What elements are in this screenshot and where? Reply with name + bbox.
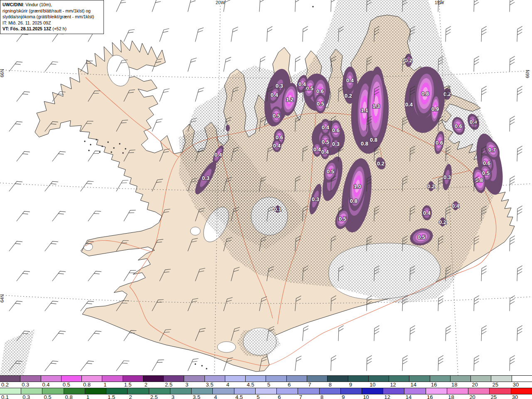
precip-value-label: 0.2 bbox=[439, 219, 446, 225]
colorbar-cell bbox=[298, 388, 319, 394]
precip-value-label: 0.6 bbox=[316, 88, 324, 94]
colorbar-tick-label: 0.2 bbox=[1, 382, 9, 387]
colorbar-tick-label: 3 bbox=[185, 382, 188, 387]
colorbar-cell bbox=[61, 376, 81, 382]
colorbar-cell bbox=[491, 376, 511, 382]
colorbar-cell bbox=[368, 376, 389, 382]
colorbar-cell bbox=[149, 388, 170, 394]
colorbar-cell bbox=[430, 376, 450, 382]
islet bbox=[88, 150, 89, 151]
colorbar-tick-label: 4.5 bbox=[235, 394, 243, 399]
precip-value-label: 0.5 bbox=[327, 168, 334, 175]
latitude-label: 66N bbox=[525, 70, 530, 78]
precip-value-label: 0.8 bbox=[370, 137, 377, 143]
islet bbox=[195, 363, 196, 365]
colorbar-tick-label: 2.5 bbox=[150, 394, 158, 399]
colorbar-tick-label: 0.8 bbox=[83, 382, 91, 387]
precip-value-label: 0.4 bbox=[405, 101, 413, 108]
colorbar-cell bbox=[255, 388, 276, 394]
precip-value-label: 0.5 bbox=[339, 216, 346, 222]
colorbar-cell bbox=[204, 376, 225, 382]
colorbar-tick-label: 12 bbox=[390, 382, 396, 387]
precip-value-label: 1.0 bbox=[354, 183, 361, 190]
precip-value-label: 0.2 bbox=[427, 183, 435, 190]
precip-value-label: 0.5 bbox=[482, 170, 490, 176]
colorbar-cell bbox=[127, 388, 148, 394]
colorbar-cell bbox=[21, 388, 42, 394]
islet bbox=[90, 144, 91, 145]
colorbar-cell bbox=[512, 376, 532, 382]
colorbar-cell bbox=[212, 388, 234, 394]
colorbar-tick-label: 6 bbox=[288, 382, 291, 387]
colorbar-tick-label: 3.5 bbox=[206, 382, 213, 387]
colorbar-tick-label: 12 bbox=[384, 394, 390, 399]
islet bbox=[122, 152, 123, 153]
precip-value-label: 0.3 bbox=[276, 83, 283, 89]
colorbar-tick-label: 9 bbox=[349, 382, 352, 387]
colorbar-cell bbox=[266, 376, 286, 382]
colorbar-cell bbox=[102, 376, 122, 382]
precip-value-label: 0.5 bbox=[418, 234, 425, 240]
precip-value-label: 0.5 bbox=[273, 113, 280, 119]
colorbar-cell bbox=[404, 388, 425, 394]
islet bbox=[96, 139, 97, 140]
precip-blob bbox=[226, 125, 230, 131]
colorbar-cell bbox=[389, 376, 409, 382]
precip-value-label: 0.8 bbox=[350, 198, 357, 204]
precip-value-label: 0.2 bbox=[345, 93, 352, 99]
colorbar-cell bbox=[319, 388, 340, 394]
precip-value-label: 0.4 bbox=[346, 77, 354, 84]
colorbar-tick-label: 14 bbox=[411, 382, 416, 387]
colorbar-tick-label: 8 bbox=[329, 382, 332, 387]
islet bbox=[99, 151, 100, 153]
latitude-label: 66N bbox=[0, 69, 5, 77]
precip-value-label: 1.1 bbox=[361, 107, 368, 113]
colorbar-tick-label: 10 bbox=[363, 394, 369, 399]
colorbar-tick-label: 4.5 bbox=[247, 382, 254, 387]
legend-valid-time: VT: Fös. 28.11.2025 13Z (+52 h) bbox=[2, 26, 101, 32]
colorbar-section: 0.20.30.40.50.811.522.533.544.5567891012… bbox=[0, 375, 532, 399]
colorbar-cell bbox=[511, 388, 532, 394]
colorbar-cell bbox=[106, 388, 127, 394]
colorbar-cell bbox=[163, 376, 184, 382]
precip-value-label: 0.1 bbox=[274, 206, 281, 212]
islet bbox=[201, 365, 202, 366]
colorbar-tick-label: 30 bbox=[512, 394, 518, 399]
colorbar-tick-label: 1.5 bbox=[124, 382, 131, 387]
precip-value-label: 0.4 bbox=[322, 124, 330, 131]
colorbar-tick-label: 5 bbox=[256, 394, 259, 399]
legend-init-time: IT: Mið. 26. 11. 2025 09Z bbox=[2, 20, 101, 26]
precip-value-label: 0.9 bbox=[431, 106, 439, 112]
precip-value-label: 1.2 bbox=[286, 96, 293, 103]
colorbar-tick-label: 0.1 bbox=[1, 394, 9, 399]
islet bbox=[111, 151, 112, 153]
islet bbox=[84, 140, 85, 142]
colorbar-tick-label: 20 bbox=[472, 382, 478, 387]
colorbar-cell bbox=[225, 376, 245, 382]
precip-value-label: 0.8 bbox=[361, 140, 368, 147]
colorbar-cell bbox=[85, 388, 106, 394]
precip-value-label: 0.6 bbox=[332, 127, 340, 133]
rain-scale-labels: 0.10.30.50.811.522.533.544.5567891012141… bbox=[0, 394, 532, 399]
colorbar-tick-label: 4 bbox=[227, 382, 229, 387]
precip-value-label: 0.6 bbox=[436, 140, 443, 146]
colorbar-cell bbox=[426, 388, 447, 394]
colorbar-tick-label: 25 bbox=[493, 382, 498, 387]
colorbar-cell bbox=[81, 376, 102, 382]
islet bbox=[206, 368, 207, 369]
legend-line-2: rigning/skúrir (grænt/blátt/rautt - mm/1… bbox=[2, 8, 101, 14]
snow-scale-bar bbox=[0, 375, 532, 382]
colorbar-cell bbox=[0, 388, 21, 394]
islet bbox=[107, 141, 108, 143]
colorbar-tick-label: 4 bbox=[214, 394, 217, 399]
precip-value-label: 0.4 bbox=[313, 146, 321, 153]
rain-scale-bar bbox=[0, 388, 532, 394]
precip-value-label: 0.8 bbox=[421, 91, 429, 97]
colorbar-cell bbox=[383, 388, 404, 394]
colorbar-cell bbox=[470, 376, 491, 382]
colorbar-tick-label: 20 bbox=[469, 394, 475, 399]
latitude-label: 64N bbox=[0, 294, 5, 303]
colorbar-cell bbox=[450, 376, 470, 382]
islet bbox=[101, 145, 103, 147]
colorbar-cell bbox=[307, 376, 327, 382]
